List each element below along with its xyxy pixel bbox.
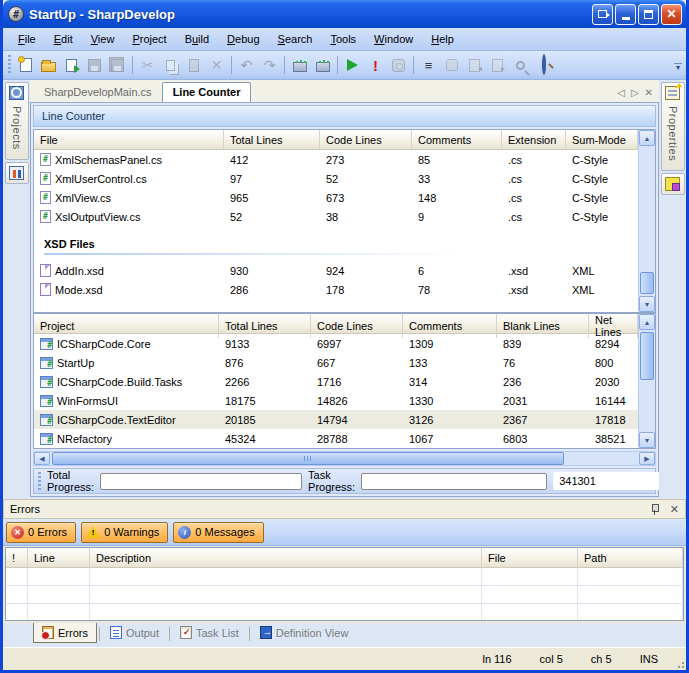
scroll-up-icon[interactable]: ▲ [639, 130, 655, 146]
proj-file-icon [40, 433, 53, 445]
filter-messages-button[interactable]: i0 Messages [173, 522, 263, 543]
table-row[interactable]: AddIn.xsd9309246.xsdXML [34, 261, 638, 280]
run-button[interactable] [341, 54, 364, 76]
table-row[interactable]: Mode.xsd28617878.xsdXML [34, 280, 638, 299]
scroll-track[interactable] [50, 452, 639, 465]
cell: AddIn.xsd [34, 264, 224, 277]
output-tab-icon [110, 626, 122, 639]
menu-build[interactable]: Build [176, 30, 218, 48]
bottom-tab-errors[interactable]: Errors [33, 623, 97, 643]
menu-search[interactable]: Search [269, 30, 322, 48]
menu-file[interactable]: File [9, 30, 45, 48]
scroll-thumb[interactable] [52, 452, 564, 465]
sidebar-tab-toolbox[interactable] [5, 162, 29, 184]
cell: 33 [412, 173, 502, 185]
tab-line-counter[interactable]: Line Counter [162, 82, 252, 102]
table-row[interactable]: XmlView.cs965673148.csC-Style [34, 188, 638, 207]
column-header-comments[interactable]: Comments [412, 130, 502, 149]
minimize-button[interactable] [615, 4, 636, 25]
sidebar-tab-classes[interactable] [661, 173, 685, 195]
bottom-tab-output[interactable]: Output [102, 623, 167, 642]
progress-grip[interactable] [38, 472, 41, 490]
task-progress-label: Task Progress: [308, 469, 355, 493]
menu-window[interactable]: Window [365, 30, 422, 48]
scroll-track[interactable] [639, 146, 655, 296]
file-table-vscrollbar[interactable]: ▲ ▼ [638, 130, 655, 312]
cell: 20185 [219, 414, 311, 426]
column-header-file[interactable]: File [34, 130, 224, 149]
column-header-path[interactable]: Path [578, 548, 683, 567]
search-button[interactable] [532, 54, 555, 76]
cs-file-icon [40, 191, 51, 204]
sidebar-tab-projects[interactable]: Projects [5, 82, 29, 160]
new-from-template-button[interactable] [60, 54, 83, 76]
menu-help[interactable]: Help [422, 30, 463, 48]
app-icon [8, 6, 24, 22]
close-button[interactable]: ✕ [661, 4, 682, 25]
rebuild-button[interactable] [311, 54, 334, 76]
table-row[interactable]: StartUp87666713376800 [34, 353, 638, 372]
scroll-track[interactable] [639, 330, 655, 432]
table-row[interactable]: XmlUserControl.cs975233.csC-Style [34, 169, 638, 188]
column-header-line[interactable]: Line [28, 548, 90, 567]
column-header-extension[interactable]: Extension [502, 130, 566, 149]
table-row[interactable]: ICSharpCode.Build.Tasks22661716314236203… [34, 372, 638, 391]
cell: StartUp [34, 357, 219, 369]
line-counter-view: Line Counter FileTotal LinesCode LinesCo… [30, 103, 659, 497]
close-document-button[interactable]: ✕ [645, 87, 653, 98]
menu-view[interactable]: View [82, 30, 124, 48]
toggle-output-button[interactable]: ≡ [417, 54, 440, 76]
prev-document-button[interactable]: ◁ [617, 87, 625, 98]
horizontal-scrollbar[interactable]: ◀ ▶ [33, 451, 656, 466]
table-row[interactable]: XmlSchemasPanel.cs41227385.csC-Style [34, 150, 638, 169]
left-sidestrip: Projects [3, 80, 30, 497]
column-header-sum-mode[interactable]: Sum-Mode [566, 130, 638, 149]
abort-icon: ! [373, 58, 378, 73]
column-header-code-lines[interactable]: Code Lines [320, 130, 412, 149]
scroll-thumb[interactable] [640, 332, 654, 380]
menu-tools[interactable]: Tools [321, 30, 365, 48]
toolbar-overflow-button[interactable]: —▾ [672, 54, 684, 76]
table-row[interactable]: XslOutputView.cs52389.csC-Style [34, 207, 638, 226]
toolbar-grip[interactable] [8, 55, 11, 75]
column-header-total-lines[interactable]: Total Lines [224, 130, 320, 149]
sidebar-tab-properties[interactable]: Properties [661, 82, 685, 171]
filter-errors-button[interactable]: ✕0 Errors [6, 522, 76, 543]
window-mode-button[interactable] [592, 4, 613, 25]
table-row[interactable]: NRefactory45324287881067680338521 [34, 429, 638, 448]
bottom-tab-task-list[interactable]: Task List [172, 623, 247, 642]
new-file-button[interactable] [14, 54, 37, 76]
open-folder-button[interactable] [37, 54, 60, 76]
progress-statusbar: Total Progress: Task Progress: 341301 [33, 468, 656, 494]
project-table-vscrollbar[interactable]: ▲ ▼ [638, 314, 655, 448]
scroll-thumb[interactable] [640, 272, 654, 294]
right-sidestrip: Properties [659, 80, 686, 497]
tasks-tab-icon [180, 626, 192, 639]
build-button[interactable] [288, 54, 311, 76]
scroll-up-icon[interactable]: ▲ [639, 314, 655, 330]
maximize-button[interactable] [638, 4, 659, 25]
tab-sharpdevelopmain-cs[interactable]: SharpDevelopMain.cs [34, 83, 162, 102]
scroll-down-icon[interactable]: ▼ [639, 432, 655, 448]
menu-debug[interactable]: Debug [218, 30, 268, 48]
column-header-file[interactable]: File [482, 548, 578, 567]
menu-project[interactable]: Project [123, 30, 175, 48]
tabnav: ◁ ▷ ✕ [611, 87, 659, 102]
scroll-right-icon[interactable]: ▶ [639, 452, 655, 465]
abort-button[interactable]: ! [364, 54, 387, 76]
column-header--[interactable]: ! [6, 548, 28, 567]
scroll-down-icon[interactable]: ▼ [639, 296, 655, 312]
next-document-button[interactable]: ▷ [631, 87, 639, 98]
pin-icon[interactable] [650, 503, 660, 515]
menu-edit[interactable]: Edit [45, 30, 82, 48]
scroll-left-icon[interactable]: ◀ [34, 452, 50, 465]
column-header-description[interactable]: Description [90, 548, 482, 567]
cell: .cs [502, 211, 566, 223]
table-row[interactable]: ICSharpCode.Core9133699713098398294 [34, 334, 638, 353]
resize-grip[interactable] [675, 659, 685, 669]
filter-warnings-button[interactable]: 0 Warnings [81, 522, 168, 543]
table-row[interactable]: WinFormsUI18175148261330203116144 [34, 391, 638, 410]
table-row[interactable]: ICSharpCode.TextEditor201851479431262367… [34, 410, 638, 429]
bottom-tab-definition-view[interactable]: Definition View [252, 623, 357, 642]
close-panel-icon[interactable]: ✕ [670, 504, 679, 515]
